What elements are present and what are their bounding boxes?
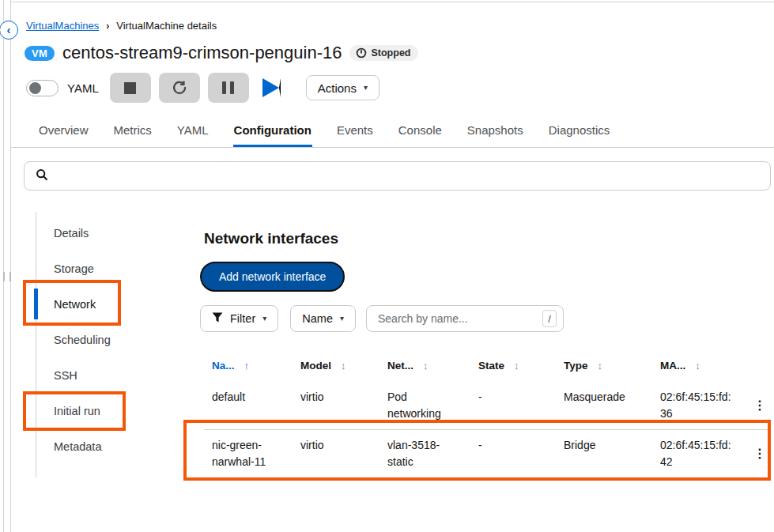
column-header-network[interactable]: Net... ↕ <box>387 357 478 374</box>
tab-metrics[interactable]: Metrics <box>113 119 153 146</box>
breadcrumb-separator-icon: › <box>106 21 109 32</box>
slash-shortcut-badge: / <box>542 310 557 327</box>
tab-overview[interactable]: Overview <box>38 119 89 146</box>
actions-dropdown-button[interactable]: Actions ▾ <box>306 75 379 100</box>
actions-dropdown-label: Actions <box>318 81 357 95</box>
breadcrumb-link-virtualmachines[interactable]: VirtualMachines <box>26 20 99 32</box>
cell-name: nic-green-narwhal-11 <box>212 437 300 470</box>
search-icon <box>36 168 48 184</box>
power-off-icon <box>356 47 367 58</box>
stop-vm-button[interactable] <box>110 73 151 103</box>
sidebar-item-network[interactable]: Network <box>36 286 171 322</box>
splitter-drag-handle[interactable] <box>2 272 12 281</box>
cell-network: vlan-3518-static <box>387 437 478 470</box>
cell-mac: 02:6f:45:15:fd:36 <box>660 389 739 422</box>
sidebar-item-storage[interactable]: Storage <box>36 251 171 286</box>
yaml-toggle-label: YAML <box>67 81 99 95</box>
sort-icon[interactable]: ↕ <box>423 357 429 374</box>
sort-icon[interactable]: ↕ <box>341 357 346 374</box>
cell-name: default <box>212 389 300 422</box>
column-header-name[interactable]: Na... ↑ <box>212 357 300 374</box>
cell-mac: 02:6f:45:15:fd:42 <box>660 437 739 470</box>
column-header-actions <box>739 357 771 374</box>
status-badge: Stopped <box>349 45 418 61</box>
page-title-row: VM centos-stream9-crimson-penguin-16 Sto… <box>25 43 418 63</box>
tab-snapshots[interactable]: Snapshots <box>466 119 524 146</box>
chevron-left-icon: ‹ <box>7 24 11 36</box>
cell-state: - <box>478 437 564 470</box>
configuration-search-input[interactable] <box>55 170 759 183</box>
sidebar-item-initial-run[interactable]: Initial run <box>36 393 171 428</box>
yaml-toggle[interactable] <box>26 80 59 96</box>
sort-icon[interactable]: ↕ <box>514 357 519 374</box>
vm-kind-badge: VM <box>25 46 55 61</box>
cell-state: - <box>478 389 564 422</box>
search-column-dropdown-button[interactable]: Name ▾ <box>290 305 356 332</box>
sidebar-item-details[interactable]: Details <box>36 215 171 251</box>
column-header-model[interactable]: Model ↕ <box>300 357 387 374</box>
sort-icon[interactable]: ↕ <box>598 357 603 374</box>
tab-yaml[interactable]: YAML <box>176 119 210 146</box>
network-interfaces-table: Na... ↑ Model ↕ Net... ↕ State ↕ Type ↕ … <box>204 357 771 478</box>
left-splitter-line-inner[interactable] <box>10 0 11 532</box>
collapse-panel-button[interactable]: ‹ <box>0 21 18 40</box>
configuration-search-bar[interactable] <box>24 161 771 191</box>
sidebar-item-scheduling[interactable]: Scheduling <box>36 322 171 357</box>
sidebar-item-metadata[interactable]: Metadata <box>36 428 171 464</box>
caret-down-icon: ▾ <box>262 315 266 323</box>
sort-icon[interactable]: ↕ <box>695 357 700 374</box>
stop-icon <box>124 82 136 94</box>
vm-actions-toolbar: YAML Actions ▾ <box>26 73 379 103</box>
cell-model: virtio <box>300 389 387 422</box>
add-network-interface-button[interactable]: Add network interface <box>200 262 345 292</box>
vm-details-tabs: Overview Metrics YAML Configuration Even… <box>10 119 774 148</box>
pause-vm-button[interactable] <box>208 73 249 103</box>
filter-dropdown-button[interactable]: Filter ▾ <box>200 305 278 332</box>
caret-down-icon: ▾ <box>340 315 344 323</box>
configuration-sidebar: Details Storage Network Scheduling SSH I… <box>36 215 171 464</box>
name-search-input[interactable] <box>378 312 536 325</box>
vm-details-page: ‹ VirtualMachines › VirtualMachine detai… <box>0 0 774 532</box>
tab-diagnostics[interactable]: Diagnostics <box>548 119 611 146</box>
search-column-dropdown-label: Name <box>302 312 333 325</box>
column-header-mac[interactable]: MA... ↕ <box>660 357 739 374</box>
status-badge-label: Stopped <box>371 47 410 58</box>
toggle-knob <box>29 82 41 94</box>
pause-icon <box>222 81 234 94</box>
cell-type: Masquerade <box>564 389 660 422</box>
breadcrumb-current: VirtualMachine details <box>116 20 217 32</box>
name-search-box[interactable]: / <box>366 305 564 332</box>
page-title: centos-stream9-crimson-penguin-16 <box>62 43 342 63</box>
breadcrumb: VirtualMachines › VirtualMachine details <box>26 20 217 32</box>
caret-down-icon: ▾ <box>364 84 368 92</box>
sort-ascending-icon[interactable]: ↑ <box>244 357 250 374</box>
tab-console[interactable]: Console <box>398 119 443 146</box>
cell-network: Pod networking <box>387 389 478 422</box>
tab-events[interactable]: Events <box>336 119 374 146</box>
filter-dropdown-label: Filter <box>230 312 255 325</box>
column-header-type[interactable]: Type ↕ <box>564 357 660 374</box>
sidebar-item-ssh[interactable]: SSH <box>36 357 171 393</box>
table-row-default: default virtio Pod networking - Masquera… <box>204 382 771 430</box>
table-body: default virtio Pod networking - Masquera… <box>204 382 771 478</box>
restart-vm-button[interactable] <box>159 73 200 103</box>
left-splitter-line-outer <box>3 0 4 532</box>
table-header-row: Na... ↑ Model ↕ Net... ↕ State ↕ Type ↕ … <box>204 357 771 382</box>
restart-icon <box>172 79 187 97</box>
network-interfaces-heading: Network interfaces <box>204 230 338 247</box>
top-divider <box>10 2 774 2</box>
row-kebab-menu-button[interactable]: ⋮ <box>749 437 771 470</box>
column-header-state[interactable]: State ↕ <box>478 357 564 374</box>
cell-model: virtio <box>300 437 387 470</box>
filter-funnel-icon <box>212 312 223 325</box>
row-kebab-menu-button[interactable]: ⋮ <box>749 389 771 422</box>
tab-configuration[interactable]: Configuration <box>233 119 312 146</box>
start-vm-button[interactable] <box>262 78 281 97</box>
cell-type: Bridge <box>564 437 660 470</box>
table-filter-row: Filter ▾ Name ▾ / <box>200 305 564 332</box>
table-row-nic-green-narwhal-11: nic-green-narwhal-11 virtio vlan-3518-st… <box>204 430 771 478</box>
